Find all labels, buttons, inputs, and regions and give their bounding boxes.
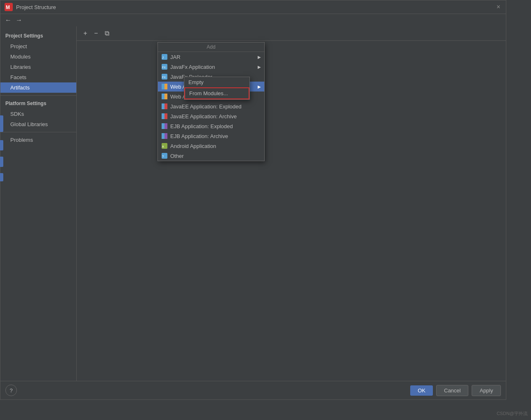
copy-button[interactable]: ⧉ (102, 29, 111, 38)
svg-rect-11 (164, 94, 167, 99)
svg-rect-13 (164, 103, 167, 109)
svg-text:M: M (6, 5, 10, 10)
apply-button[interactable]: Apply (472, 385, 501, 396)
bottom-bar: ? OK Cancel Apply (0, 381, 506, 399)
add-button[interactable]: + (81, 29, 90, 38)
svg-text:J: J (162, 56, 164, 59)
left-accent-4 (0, 173, 3, 181)
left-accent-2 (0, 140, 3, 150)
app-icon: M (5, 3, 13, 11)
title-bar: M Project Structure × (0, 0, 506, 14)
submenu-item-from-modules[interactable]: From Modules... (184, 87, 249, 99)
javaee-exploded-icon (161, 103, 168, 110)
help-button[interactable]: ? (5, 385, 17, 396)
nav-bar: ← → (0, 14, 506, 26)
javafx-preloader-icon: FX (161, 73, 168, 80)
svg-rect-19 (164, 133, 167, 139)
dialog-title: Project Structure (16, 4, 56, 10)
svg-text:FX: FX (162, 76, 166, 79)
watermark: CSDN@宇外流 (497, 411, 528, 417)
svg-rect-9 (164, 84, 167, 89)
remove-button[interactable]: − (92, 29, 101, 38)
ok-button[interactable]: OK (410, 385, 433, 396)
project-settings-label: Project Settings (0, 31, 76, 41)
content-area (77, 41, 506, 381)
add-dropdown-menu: Add J JAR ▶ FX JavaFx Application ▶ (157, 42, 265, 161)
sidebar-item-modules[interactable]: Modules (0, 52, 76, 62)
android-icon: A (161, 143, 168, 149)
menu-item-ejb-archive[interactable]: EJB Application: Archive (158, 131, 264, 141)
svg-text:?: ? (162, 155, 164, 158)
web-app-exploded-submenu: Empty From Modules... (184, 77, 250, 100)
javafx-app-icon: FX (161, 63, 168, 70)
dialog-body: Project Settings Project Modules Librari… (0, 26, 506, 381)
svg-rect-8 (162, 84, 164, 89)
sidebar-item-project[interactable]: Project (0, 41, 76, 52)
ejb-archive-icon (161, 133, 168, 139)
svg-rect-12 (162, 103, 164, 109)
svg-rect-10 (162, 94, 164, 99)
sidebar-item-problems[interactable]: Problems (0, 135, 76, 145)
sidebar-item-libraries[interactable]: Libraries (0, 62, 76, 72)
cancel-button[interactable]: Cancel (436, 385, 468, 396)
forward-button[interactable]: → (14, 16, 23, 25)
platform-settings-label: Platform Settings (0, 98, 76, 109)
svg-rect-16 (162, 123, 164, 129)
jar-arrow: ▶ (258, 55, 261, 59)
menu-item-ejb-exploded[interactable]: EJB Application: Exploded (158, 121, 264, 131)
svg-rect-18 (162, 133, 164, 139)
web-app-exploded-arrow: ▶ (258, 84, 261, 89)
project-structure-dialog: M Project Structure × ← → Project Settin… (0, 0, 506, 400)
sidebar-divider (0, 95, 76, 96)
ejb-exploded-icon (161, 123, 168, 129)
svg-rect-14 (162, 113, 164, 119)
close-button[interactable]: × (495, 4, 502, 10)
svg-text:A: A (162, 145, 164, 148)
menu-item-other[interactable]: ? Other (158, 151, 264, 161)
menu-item-android[interactable]: A Android Application (158, 141, 264, 151)
menu-item-javaee-exploded[interactable]: JavaEE Application: Exploded (158, 101, 264, 111)
web-app-exploded-icon (161, 83, 168, 90)
title-bar-left: M Project Structure (5, 3, 56, 11)
svg-text:FX: FX (162, 66, 166, 69)
menu-item-javaee-archive[interactable]: JavaEE Application: Archive (158, 111, 264, 121)
javaee-archive-icon (161, 113, 168, 120)
sidebar-item-sdks[interactable]: SDKs (0, 109, 76, 119)
web-app-archive-icon (161, 93, 168, 100)
sidebar: Project Settings Project Modules Librari… (0, 26, 77, 381)
sidebar-item-global-libraries[interactable]: Global Libraries (0, 119, 76, 129)
menu-item-javafx-app[interactable]: FX JavaFx Application ▶ (158, 62, 264, 72)
sidebar-divider-2 (0, 132, 76, 132)
main-area: + − ⧉ Add J JAR ▶ FX (77, 26, 506, 381)
sidebar-item-artifacts[interactable]: Artifacts (0, 82, 76, 93)
jar-icon: J (161, 54, 168, 60)
svg-rect-17 (164, 123, 167, 129)
sidebar-item-facets[interactable]: Facets (0, 72, 76, 82)
left-accent-3 (0, 157, 3, 167)
back-button[interactable]: ← (4, 16, 13, 25)
main-toolbar: + − ⧉ (77, 26, 506, 41)
other-icon: ? (161, 153, 168, 159)
menu-item-jar[interactable]: J JAR ▶ (158, 52, 264, 62)
javafx-app-arrow: ▶ (258, 65, 261, 69)
svg-rect-15 (164, 113, 167, 119)
dropdown-header: Add (158, 42, 264, 52)
left-accent (0, 115, 3, 132)
submenu-item-empty[interactable]: Empty (184, 77, 249, 87)
